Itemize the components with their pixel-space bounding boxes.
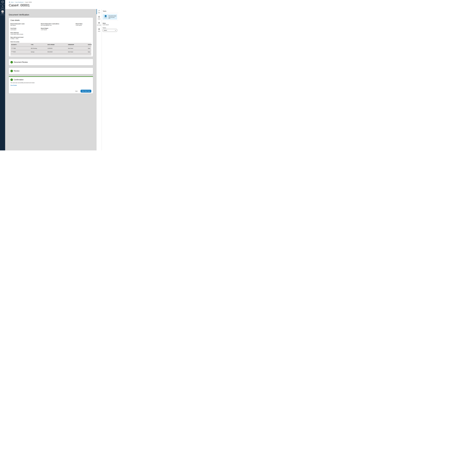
cell-ownership: Sole Owner [68,51,88,52]
view-details-link[interactable]: View Details [11,85,17,86]
step-card-review[interactable]: Review [9,68,93,74]
briefcase-icon [98,22,100,24]
section-title: Document Verification [9,14,93,16]
rail-item-link-cases[interactable]: Link Cases [97,22,101,26]
field-cost-center: Cost Center Loren Ipsum [11,28,41,30]
breadcrumb-case-dashboard-link[interactable]: Case Dashboard [15,2,23,3]
task-description: Task description here. [109,17,116,19]
cell-type: 360 Checking [31,48,48,49]
cell-ownership: Sole Owner [68,48,88,49]
step-title: Document Review [14,61,28,63]
actions-select-value: Select [104,30,107,31]
step-title: Review [14,70,19,72]
rail-item-details[interactable]: Details [97,16,101,20]
accounts-table-header: ACCOUNT # TYPE DATE OPENED OWNERSHIP STA… [11,43,91,47]
cell-date-opened: 11/25/2023 [48,48,68,49]
field-days-until-closed: Days until account closed 23 (May 7, 202… [11,37,41,39]
confirmation-header: Confirmation [11,79,91,81]
field-branch-ambassador-name: Branch Ambassador’s name Bob Marley [11,23,41,26]
rail-item-tasks[interactable]: Tasks [97,10,101,13]
case-details-title: Case details [11,19,91,21]
app-sidebar: Search Offline [0,0,5,151]
actions-label: Actions [103,27,117,28]
search-icon [2,5,3,7]
rail-item-attach[interactable]: Attach [97,28,101,32]
case-details-card: Case details Branch Ambassador’s name Bo… [9,17,93,57]
breadcrumb-separator: / [24,2,24,3]
sidebar-item-offline[interactable]: Offline [0,9,5,15]
home-icon[interactable] [9,1,10,3]
info-icon [98,16,100,18]
accounts-table: ACCOUNT # TYPE DATE OPENED OWNERSHIP STA… [11,43,91,55]
cell-account: ******7890 [11,48,31,49]
check-circle-icon [11,79,13,81]
cell-status: Open [88,48,91,49]
accounts-table-footer [11,54,91,55]
cell-account: ******9876 [11,51,31,52]
confirmation-message: The case was successfully processed and … [11,82,91,83]
work-next-case-button[interactable]: Work Next Case [81,90,91,93]
sidebar-item-label: Offline [1,13,4,14]
utility-rail: Tasks Details Link Cases Attach [97,9,101,151]
confirmation-title: Confirmation [14,79,23,81]
chevron-down-icon [115,30,116,31]
exit-button[interactable]: Exit [75,90,78,92]
table-row[interactable]: ******7890 360 Checking 11/25/2023 Sole … [11,47,91,50]
task-title: Document review [109,15,116,17]
confirmation-card: Confirmation The case was successfully p… [9,77,93,93]
step-card-document-review[interactable]: Document Review [9,59,93,65]
check-circle-icon [11,61,13,63]
cell-type: Savings [31,51,48,52]
breadcrumb-home-link[interactable]: Home [11,2,14,3]
col-account: ACCOUNT # [11,44,31,45]
app-logo[interactable] [0,0,5,5]
col-type: TYPE [31,44,48,45]
attach-document-icon [98,28,100,30]
table-row[interactable]: ******9876 Savings 06/12/2024 Sole Owner… [11,50,91,54]
col-status: STATUS [88,44,92,45]
sidebar-item-search[interactable]: Search [0,5,5,9]
main-content: Document Verification Case details Branc… [5,9,97,151]
tasks-panel-title: Tasks [102,9,118,13]
select-accounts-label: Select Account(s) [11,41,91,42]
page-title: Case#: 00001 [9,3,118,7]
field-branch-region: Branch Region Lorem Ipsum [41,28,76,30]
tasks-panel: Tasks ID1234 Document review Task descri… [101,9,118,151]
col-date-opened: DATE OPENED [48,44,68,45]
sidebar-item-label: Search [1,8,4,9]
status-value: Lorem Ipsum [103,24,117,25]
field-branch-name: Branch Name Lorem Ipsum [76,23,91,26]
breadcrumb-separator: / [14,2,15,3]
page-header: Home / Case Dashboard / Case#: 00001 Cas… [5,0,118,9]
active-tab-indicator [97,9,97,14]
cell-status: Open [88,51,91,52]
cell-date-opened: 06/12/2024 [48,51,68,52]
task-id: ID1234 [104,17,107,18]
avatar [105,15,107,17]
shield-icon [1,1,4,4]
case-details-fields: Branch Ambassador’s name Bob Marley Bran… [11,23,91,39]
check-icon [98,10,100,12]
actions-select[interactable]: Select [103,29,117,32]
field-notes: Notes (Optional) Lorem ipsum dolor sit a… [11,32,41,35]
breadcrumb: Home / Case Dashboard / Case#: 00001 [9,1,118,3]
confirmation-actions: Exit Work Next Case [11,90,91,93]
confirmation-section: Confirmation The case was successfully p… [9,76,93,93]
phone-offline-icon [1,10,4,13]
check-circle-icon [11,70,13,72]
breadcrumb-current: Case#: 00001 [25,2,32,3]
status-label: Status [103,23,117,24]
task-card[interactable]: ID1234 Document review Task description … [103,14,117,19]
field-branch-ambassador-email: Branch Ambassador’s email address bob.ma… [41,23,76,26]
col-ownership: OWNERSHIP [68,44,88,45]
